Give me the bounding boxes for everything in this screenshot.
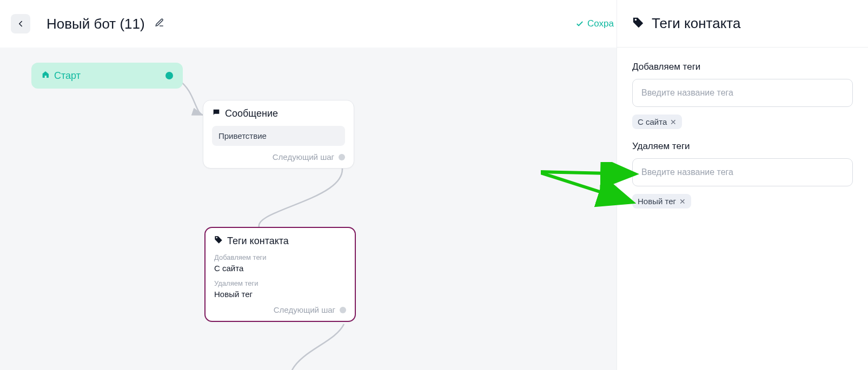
add-tag-chip-label: С сайта — [638, 117, 667, 126]
tag-icon — [214, 236, 223, 247]
bot-name[interactable]: Новый бот (11) — [47, 16, 145, 32]
node-tags-add-value: С сайта — [214, 264, 346, 273]
node-tags-title: Теги контакта — [227, 236, 289, 247]
remove-tags-label: Удаляем теги — [632, 141, 853, 152]
remove-tag-chip-label: Новый тег — [638, 197, 676, 206]
panel-title: Теги контакта — [652, 15, 740, 32]
save-status: Сохра — [575, 18, 614, 29]
node-start[interactable]: Старт — [31, 63, 183, 89]
edit-icon[interactable] — [155, 18, 164, 30]
add-tag-chip[interactable]: С сайта ✕ — [632, 115, 682, 129]
node-start-label: Старт — [54, 70, 81, 82]
add-tag-input[interactable] — [632, 79, 853, 107]
node-tags-output-port[interactable] — [340, 307, 346, 313]
side-panel: Теги контакта Добавляем теги С сайта ✕ У… — [617, 0, 868, 370]
start-output-port[interactable] — [165, 72, 173, 79]
node-tags-remove-label: Удаляем теги — [214, 279, 346, 287]
node-message-title: Сообщение — [225, 108, 278, 119]
flow-canvas[interactable]: Старт Сообщение Приветствие Следующий ша… — [0, 48, 617, 370]
node-message-next-row: Следующий шаг — [212, 152, 345, 162]
node-tags[interactable]: Теги контакта Добавляем теги С сайта Уда… — [204, 227, 356, 322]
check-icon — [575, 19, 584, 28]
remove-tag-chip[interactable]: Новый тег ✕ — [632, 194, 691, 208]
node-message[interactable]: Сообщение Приветствие Следующий шаг — [203, 100, 354, 169]
next-step-label: Следующий шаг — [274, 305, 335, 314]
back-button[interactable] — [11, 14, 30, 33]
add-tags-label: Добавляем теги — [632, 62, 853, 72]
home-icon — [41, 70, 50, 82]
panel-body: Добавляем теги С сайта ✕ Удаляем теги Но… — [617, 48, 868, 234]
tag-icon — [632, 17, 644, 31]
node-message-title-row: Сообщение — [212, 108, 345, 119]
panel-header: Теги контакта — [617, 0, 868, 48]
node-tags-add-label: Добавляем теги — [214, 253, 346, 261]
node-tags-next-row: Следующий шаг — [214, 305, 346, 314]
arrow-left-icon — [16, 19, 25, 29]
remove-tag-input[interactable] — [632, 158, 853, 186]
message-icon — [212, 108, 221, 119]
remove-chip-icon[interactable]: ✕ — [679, 197, 686, 206]
node-tags-title-row: Теги контакта — [214, 236, 346, 247]
save-status-text: Сохра — [587, 18, 614, 29]
node-message-output-port[interactable] — [339, 154, 345, 160]
node-tags-remove-value: Новый тег — [214, 290, 346, 299]
node-message-content[interactable]: Приветствие — [212, 126, 345, 146]
next-step-label: Следующий шаг — [273, 152, 334, 162]
remove-chip-icon[interactable]: ✕ — [670, 118, 677, 126]
